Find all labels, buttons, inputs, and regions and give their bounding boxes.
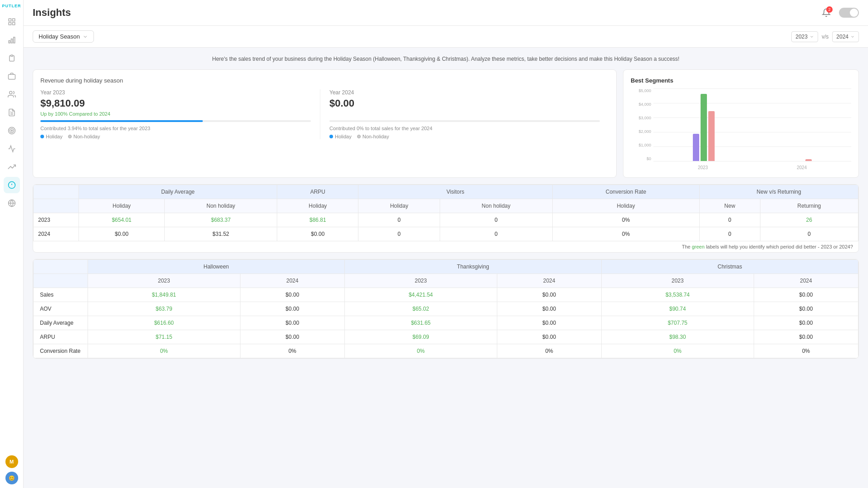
da-holiday-2023: $654.01: [79, 213, 165, 227]
sidebar-item-chartbar[interactable]: [4, 32, 20, 48]
svg-point-13: [11, 130, 12, 132]
arpu-thanksgiving-2024: $0.00: [497, 330, 601, 344]
year2024-value: $0.00: [329, 98, 600, 109]
th-thanksgiving-2023: 2023: [344, 274, 497, 288]
th-new: New: [700, 199, 760, 213]
vs-label: v/s: [822, 34, 829, 40]
metrics-row-2023: 2023 $654.01 $683.37 $86.81 0 0 0% 0 26: [34, 213, 858, 227]
da-halloween-2024: $0.00: [240, 316, 344, 330]
da-holiday-2024: $0.00: [79, 227, 165, 241]
aov-label: AOV: [34, 302, 88, 316]
svg-rect-2: [9, 23, 11, 25]
notification-button[interactable]: 2: [819, 5, 834, 20]
year-2023-label: 2023: [34, 213, 79, 227]
sidebar-item-analytics[interactable]: [4, 141, 20, 157]
arpu-christmas-2023: $98.30: [601, 330, 754, 344]
holiday-sales-row: Sales $1,849.81 $0.00 $4,421.54 $0.00 $3…: [34, 288, 858, 302]
holiday-season-dropdown[interactable]: Holiday Season: [33, 30, 94, 43]
returning-2024: 0: [760, 227, 858, 241]
holiday-arpu-row: ARPU $71.15 $0.00 $69.09 $0.00 $98.30 $0…: [34, 330, 858, 344]
cr-holiday-2024: 0%: [552, 227, 699, 241]
th-holiday-da: Holiday: [79, 199, 165, 213]
chart-grid: [653, 88, 851, 161]
user-avatar[interactable]: M: [5, 455, 18, 468]
cr-holiday-2023: 0%: [552, 213, 699, 227]
svg-rect-5: [11, 39, 12, 43]
sidebar-item-reports[interactable]: [4, 104, 20, 121]
year2024-contributed: Contributed 0% to total sales for the ye…: [329, 126, 600, 131]
arpu-halloween-2024: $0.00: [240, 330, 344, 344]
svg-rect-7: [10, 55, 13, 56]
year1-select[interactable]: 2023: [791, 31, 818, 42]
bar-red-2023: [708, 111, 715, 161]
year2023-block: Year 2023 $9,810.09 Up by 100% Compared …: [40, 89, 320, 139]
da-nonholiday-2024: $31.52: [165, 227, 277, 241]
sidebar: PUTLER M 😊: [0, 0, 24, 488]
th-empty: [34, 185, 79, 199]
svg-rect-3: [12, 23, 15, 25]
th-halloween: Halloween: [88, 260, 345, 274]
x-axis: 2023 2024: [653, 165, 851, 170]
page-header: Insights 2: [24, 0, 868, 26]
bar-purple-2023: [693, 134, 699, 161]
th-returning: Returning: [760, 199, 858, 213]
progress-bar: [40, 120, 203, 122]
arpu-halloween-2023: $71.15: [88, 330, 240, 344]
theme-toggle[interactable]: [839, 8, 859, 18]
app-logo: PUTLER: [2, 4, 21, 8]
th-thanksgiving: Thanksgiving: [344, 260, 601, 274]
svg-point-12: [10, 129, 14, 133]
sidebar-item-customers[interactable]: [4, 86, 20, 102]
year2023-label: Year 2023: [40, 89, 311, 96]
svg-point-8: [9, 91, 12, 94]
cr-halloween-2023: 0%: [88, 344, 240, 358]
da-nonholiday-2023: $683.37: [165, 213, 277, 227]
holiday-table-section: Halloween Thanksgiving Christmas 2023 20…: [33, 259, 859, 359]
sidebar-item-products[interactable]: [4, 68, 20, 84]
sidebar-item-dashboard[interactable]: [4, 14, 20, 30]
cards-row: Revenue during holiday season Year 2023 …: [33, 69, 859, 178]
holiday-aov-row: AOV $63.79 $0.00 $65.02 $0.00 $90.74 $0.…: [34, 302, 858, 316]
page-title: Insights: [33, 7, 71, 19]
th-nonholiday-da: Non holiday: [165, 199, 277, 213]
th-holiday-arpu: Holiday: [277, 199, 358, 213]
th-visitors: Visitors: [358, 185, 552, 199]
holiday-cr-row: Conversion Rate 0% 0% 0% 0% 0% 0%: [34, 344, 858, 358]
th-christmas-2024: 2024: [754, 274, 858, 288]
year2024-block: Year 2024 $0.00 Contributed 0% to total …: [320, 89, 609, 139]
sidebar-item-trends[interactable]: [4, 159, 20, 175]
arpu-thanksgiving-2023: $69.09: [344, 330, 497, 344]
cr-christmas-2023: 0%: [601, 344, 754, 358]
vis-nonholiday-2023: 0: [440, 213, 552, 227]
sales-christmas-2024: $0.00: [754, 288, 858, 302]
metrics-table-section: Daily Average ARPU Visitors Conversion R…: [33, 184, 859, 253]
th-year-empty: [34, 199, 79, 213]
cr-thanksgiving-2023: 0%: [344, 344, 497, 358]
year2023-value: $9,810.09: [40, 98, 311, 109]
da-thanksgiving-2023: $631.65: [344, 316, 497, 330]
th-arpu: ARPU: [277, 185, 358, 199]
sidebar-item-goals[interactable]: [4, 122, 20, 139]
cr-halloween-2024: 0%: [240, 344, 344, 358]
best-segments-card: Best Segments $5,000 $4,000 $3,000 $2,00…: [623, 69, 859, 178]
sidebar-item-orders[interactable]: [4, 50, 20, 66]
sub-header: Holiday Season 2023 v/s 2024: [24, 26, 868, 48]
metrics-row-2024: 2024 $0.00 $31.52 $0.00 0 0 0% 0 0: [34, 227, 858, 241]
holiday-table: Halloween Thanksgiving Christmas 2023 20…: [33, 259, 858, 358]
header-right: 2: [819, 5, 859, 20]
info-banner: Here's the sales trend of your business …: [33, 55, 859, 63]
sales-halloween-2023: $1,849.81: [88, 288, 240, 302]
metrics-note: The green labels will help you identify …: [33, 241, 858, 252]
sidebar-item-insights[interactable]: [4, 177, 20, 193]
main-area: Insights 2 Holiday Season 2023 v/s 2024: [24, 0, 868, 488]
sidebar-item-globe[interactable]: [4, 195, 20, 211]
progress-bar-wrap2: [329, 120, 600, 122]
content-area: Here's the sales trend of your business …: [24, 48, 868, 488]
bar-group-2023: [693, 94, 715, 161]
year2-select[interactable]: 2024: [832, 31, 859, 42]
th-empty3: [34, 274, 88, 288]
year-selectors: 2023 v/s 2024: [791, 31, 859, 42]
th-christmas-2023: 2023: [601, 274, 754, 288]
user-avatar2[interactable]: 😊: [5, 472, 18, 484]
th-empty2: [34, 260, 88, 274]
